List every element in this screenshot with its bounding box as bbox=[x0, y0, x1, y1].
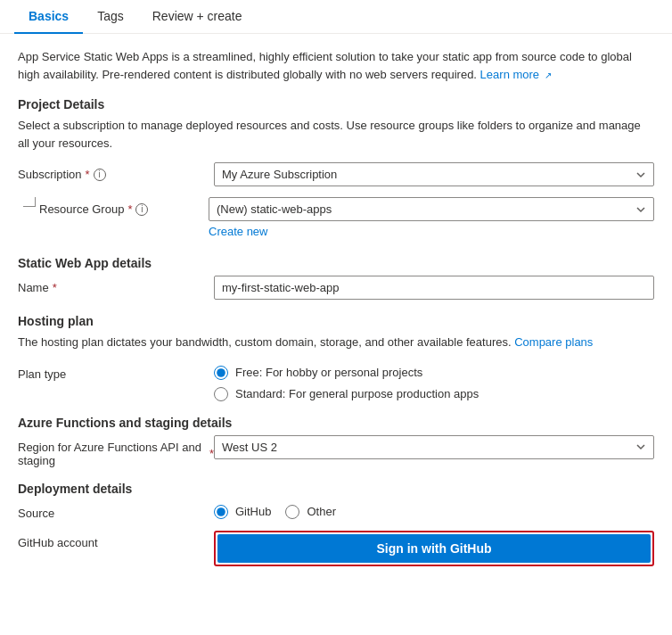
name-label: Name * bbox=[18, 276, 214, 294]
hosting-plan-desc: The hosting plan dictates your bandwidth… bbox=[18, 334, 654, 351]
source-github-radio[interactable] bbox=[214, 505, 228, 519]
signin-github-button[interactable]: Sign in with GitHub bbox=[217, 534, 651, 563]
project-details-desc: Select a subscription to manage deployed… bbox=[18, 117, 654, 152]
resource-group-label: Resource Group * i bbox=[39, 197, 209, 216]
static-web-app-header: Static Web App details bbox=[18, 256, 654, 270]
resource-group-row: Resource Group * i (New) static-web-apps… bbox=[18, 197, 654, 238]
subscription-control: My Azure Subscription bbox=[214, 162, 654, 186]
tab-review-create[interactable]: Review + create bbox=[138, 0, 257, 34]
plan-standard-radio[interactable] bbox=[214, 387, 228, 401]
tabs-container: Basics Tags Review + create bbox=[0, 0, 672, 34]
learn-more-link[interactable]: Learn more ↗ bbox=[480, 68, 552, 81]
plan-free-radio[interactable] bbox=[214, 366, 228, 380]
subscription-row: Subscription * i My Azure Subscription bbox=[18, 162, 654, 186]
subscription-info-icon[interactable]: i bbox=[94, 169, 106, 181]
intro-text: App Service Static Web Apps is a streaml… bbox=[18, 48, 654, 83]
tab-basics[interactable]: Basics bbox=[14, 0, 83, 34]
plan-free-option[interactable]: Free: For hobby or personal projects bbox=[214, 366, 654, 380]
external-link-icon: ↗ bbox=[545, 69, 552, 82]
azure-functions-header: Azure Functions and staging details bbox=[18, 416, 654, 430]
resource-group-required: * bbox=[127, 202, 132, 216]
name-row: Name * bbox=[18, 276, 654, 300]
compare-plans-link[interactable]: Compare plans bbox=[514, 335, 593, 349]
region-label: Region for Azure Functions API and stagi… bbox=[18, 435, 214, 467]
create-new-link[interactable]: Create new bbox=[209, 225, 267, 238]
plan-type-label: Plan type bbox=[18, 362, 214, 381]
project-details-header: Project Details bbox=[18, 97, 654, 111]
plan-type-control: Free: For hobby or personal projects Sta… bbox=[214, 362, 654, 401]
region-row: Region for Azure Functions API and stagi… bbox=[18, 435, 654, 467]
github-account-label: GitHub account bbox=[18, 531, 214, 549]
deployment-header: Deployment details bbox=[18, 482, 654, 496]
resource-group-dropdown[interactable]: (New) static-web-apps bbox=[209, 197, 654, 221]
subscription-label: Subscription * i bbox=[18, 162, 214, 181]
plan-standard-option[interactable]: Standard: For general purpose production… bbox=[214, 387, 654, 401]
name-required: * bbox=[53, 281, 57, 294]
signin-button-highlight: Sign in with GitHub bbox=[214, 531, 654, 566]
main-content: App Service Static Web Apps is a streaml… bbox=[0, 34, 672, 591]
source-other-radio[interactable] bbox=[285, 505, 299, 519]
source-row: Source GitHub Other bbox=[18, 501, 654, 520]
source-other-option[interactable]: Other bbox=[285, 505, 336, 519]
source-label: Source bbox=[18, 501, 214, 520]
tab-tags[interactable]: Tags bbox=[83, 0, 138, 34]
source-github-option[interactable]: GitHub bbox=[214, 505, 271, 519]
resource-group-control: (New) static-web-apps Create new bbox=[209, 197, 654, 238]
source-control: GitHub Other bbox=[214, 501, 654, 519]
resource-group-info-icon[interactable]: i bbox=[135, 203, 148, 216]
region-dropdown[interactable]: West US 2 bbox=[214, 435, 654, 459]
github-account-row: GitHub account Sign in with GitHub bbox=[18, 531, 654, 566]
app-name-input[interactable] bbox=[214, 276, 654, 300]
subscription-dropdown[interactable]: My Azure Subscription bbox=[214, 162, 654, 186]
plan-type-radio-group: Free: For hobby or personal projects Sta… bbox=[214, 362, 654, 401]
github-account-control: Sign in with GitHub bbox=[214, 531, 654, 566]
region-control: West US 2 bbox=[214, 435, 654, 459]
name-control bbox=[214, 276, 654, 300]
source-radio-group: GitHub Other bbox=[214, 501, 654, 519]
subscription-required: * bbox=[86, 168, 90, 181]
hosting-plan-header: Hosting plan bbox=[18, 314, 654, 328]
plan-type-row: Plan type Free: For hobby or personal pr… bbox=[18, 362, 654, 401]
